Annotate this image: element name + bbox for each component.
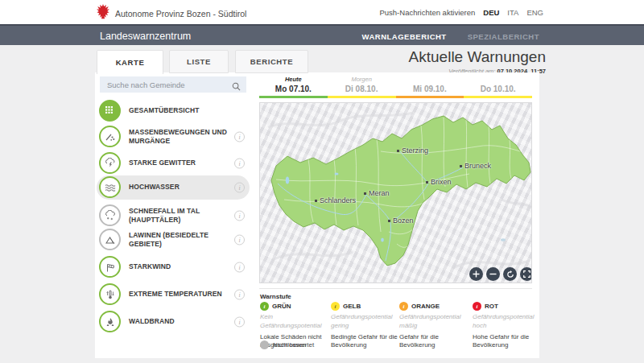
legend-level-gelb: i GELB Gefährdungspotential gering Bedin… (331, 302, 400, 350)
sidebar-item-label: EXTREME TEMPERATUREN (129, 290, 242, 299)
sidebar-item-label: STARKE GEWITTER (129, 159, 242, 167)
tab-liste[interactable]: LISTE (169, 50, 229, 73)
brand-title: Autonome Provinz Bozen - Südtirol (115, 9, 246, 19)
sidebar-item-starke-gewitter[interactable]: STARKE GEWITTER i (97, 151, 250, 175)
date-label: Mi 09.10. (396, 85, 464, 93)
info-icon[interactable]: i (234, 262, 245, 273)
map-zoom-out-button[interactable] (486, 267, 500, 281)
not-rated-icon (260, 340, 269, 349)
level-name: GRÜN (272, 303, 291, 310)
level-description: Gefahr für die Bevölkerung (399, 333, 469, 351)
level-icon-glyph: i (264, 303, 266, 310)
level-icon-glyph: i (477, 303, 478, 310)
tab-karte[interactable]: KARTE (97, 50, 163, 74)
snowfall-icon (99, 204, 121, 226)
warning-level-bar (328, 96, 396, 98)
info-icon[interactable]: i (234, 211, 245, 221)
sidebar-item-label: HOCHWASSER (129, 183, 242, 192)
nav-link-warnlagebericht[interactable]: WARNLAGEBERICHT (362, 32, 447, 41)
thermometer-icon (99, 283, 121, 305)
windsock-icon (99, 256, 121, 278)
level-potential: Gefährdungspotential gering (331, 313, 400, 331)
level-gelb-icon: i (331, 302, 340, 311)
tab-berichte[interactable]: BERICHTE (235, 50, 308, 73)
city-dot (364, 192, 366, 195)
date-label: Do 10.10. (464, 85, 532, 93)
date-label: Mo 07.10. (259, 85, 328, 93)
sidebar-item-starkwind[interactable]: STARKWIND i (97, 255, 250, 279)
warning-map[interactable]: Sterzing Bruneck Brixen Meran Schlanders… (259, 102, 532, 283)
city-marker-bruneck: Bruneck (460, 162, 491, 170)
legend-level-orange: i ORANGE Gefährdungspotential mäßig Gefa… (399, 302, 469, 350)
date-label: Di 08.10. (328, 85, 396, 93)
avalanche-icon (99, 229, 121, 250)
landslide-icon (99, 126, 121, 147)
language-eng[interactable]: ENG (526, 8, 543, 17)
info-icon[interactable]: i (234, 317, 245, 328)
legend-not-rated: Nicht bewertet (260, 340, 314, 349)
search-icon[interactable] (232, 80, 241, 94)
info-icon[interactable]: i (234, 290, 245, 300)
level-gruen-icon: i (260, 302, 269, 311)
level-rot-icon: i (473, 302, 481, 311)
city-dot (397, 150, 399, 152)
forecast-date-tabs: Heute Mo 07.10. Morgen Di 08.10. Mi 09.1… (259, 76, 532, 98)
map-fullscreen-button[interactable] (520, 267, 532, 281)
city-label: Bruneck (464, 162, 491, 170)
date-tab-do-1010[interactable]: Do 10.10. (464, 76, 532, 98)
sidebar-item-massenbewegungen[interactable]: MASSENBEWEGUNGEN UND MURGÄNGE i (97, 125, 250, 149)
warning-level-bar (464, 96, 532, 98)
page-title-block: Aktuelle Warnungen Veröffentlicht am: 07… (409, 48, 546, 75)
city-label: Sterzing (402, 146, 428, 155)
level-icon-glyph: i (403, 303, 405, 310)
sidebar-item-extreme-temperaturen[interactable]: EXTREME TEMPERATUREN i (97, 283, 250, 307)
sidebar-item-label: STARKWIND (129, 262, 242, 271)
date-tab-mo-0710[interactable]: Heute Mo 07.10. (259, 76, 328, 98)
sidebar-item-gesamtuebersicht[interactable]: GESAMTÜBERSICHT (97, 99, 250, 123)
info-icon[interactable]: i (234, 183, 245, 193)
city-marker-sterzing: Sterzing (397, 146, 428, 155)
sidebar-item-schneefall[interactable]: SCHNEEFALL IM TAL (HAUPTTÄLER) i (97, 204, 250, 228)
push-notifications-link[interactable]: Push-Nachrichten aktivieren (379, 8, 475, 17)
sidebar-item-label: WALDBRAND (129, 317, 242, 326)
city-dot (460, 165, 462, 167)
city-label: Meran (369, 189, 390, 197)
date-tab-mi-0910[interactable]: Mi 09.10. (396, 76, 464, 98)
grid-icon (99, 100, 121, 122)
level-potential: Gefährdungspotential mäßig (399, 313, 469, 331)
date-sub-label: Morgen (328, 76, 396, 84)
info-icon[interactable]: i (234, 132, 245, 142)
sidebar-item-hochwasser[interactable]: HOCHWASSER i (97, 175, 250, 200)
sidebar-item-label: GESAMTÜBERSICHT (129, 106, 242, 115)
map-zoom-in-button[interactable] (469, 267, 483, 281)
legend-title: Warnstufe (260, 293, 291, 300)
top-header: Autonome Provinz Bozen - Südtirol Push-N… (0, 0, 644, 24)
level-name: GELB (343, 303, 361, 310)
legend-level-rot: i ROT Gefährdungspotential hoch Hohe Gef… (473, 302, 542, 350)
city-marker-bozen: Bozen (388, 217, 414, 225)
sidebar-item-label: LAWINEN (BESIEDELTE GEBIETE) (129, 231, 242, 249)
search-input[interactable] (100, 77, 246, 93)
sidebar-item-waldbrand[interactable]: WALDBRAND i (97, 310, 250, 334)
sidebar-item-lawinen[interactable]: LAWINEN (BESIEDELTE GEBIETE) i (97, 228, 250, 252)
flood-icon (99, 176, 121, 198)
landeswarnzentrum-page: Autonome Provinz Bozen - Südtirol Push-N… (0, 0, 644, 363)
date-tab-di-0810[interactable]: Morgen Di 08.10. (328, 76, 396, 98)
map-reset-button[interactable] (503, 267, 517, 281)
info-icon[interactable]: i (234, 235, 245, 245)
warning-level-bar (396, 96, 464, 98)
thunderstorm-icon (99, 152, 121, 174)
nav-link-spezialbericht[interactable]: SPEZIALBERICHT (468, 32, 539, 41)
warning-level-bar (259, 96, 328, 98)
wildfire-icon (99, 311, 121, 332)
level-orange-icon: i (399, 302, 408, 311)
level-name: ORANGE (411, 303, 440, 310)
language-ita[interactable]: ITA (507, 8, 518, 17)
language-deu[interactable]: DEU (483, 8, 499, 17)
city-label: Schlanders (320, 196, 356, 204)
info-icon[interactable]: i (234, 159, 245, 169)
level-description: Bedingte Gefahr für die Bevölkerung (331, 333, 400, 351)
brand[interactable]: Autonome Provinz Bozen - Südtirol (97, 3, 246, 23)
level-name: ROT (485, 303, 498, 310)
level-potential: Kein Gefährdungspotential (260, 313, 329, 331)
